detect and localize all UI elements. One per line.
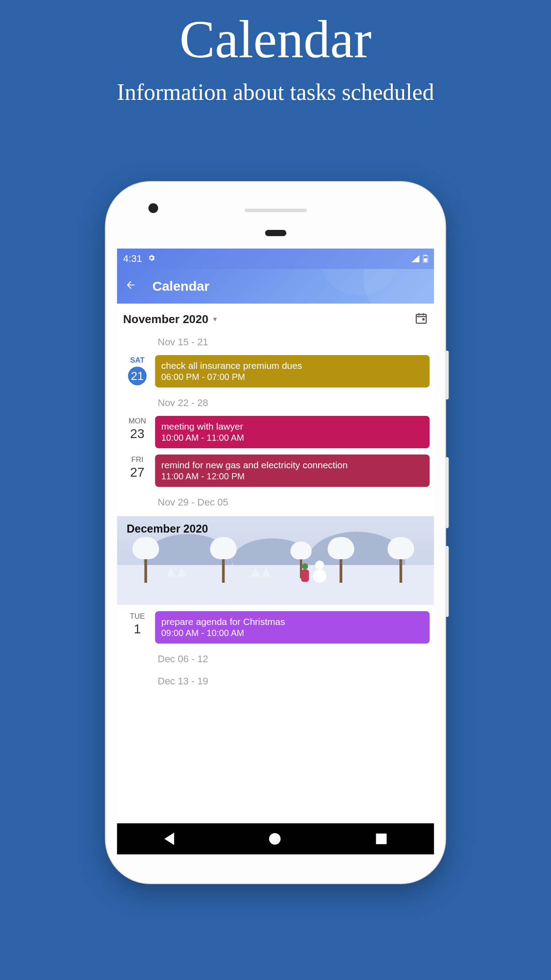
event-time: 10:00 AM - 11:00 AM <box>161 433 424 443</box>
event-time: 06:00 PM - 07:00 PM <box>161 372 424 382</box>
date-column: MON 23 <box>122 416 153 448</box>
event-card[interactable]: prepare agenda for Christmas 09:00 AM - … <box>155 611 430 644</box>
svg-rect-3 <box>416 314 426 323</box>
event-dow: TUE <box>122 612 153 621</box>
android-nav-bar <box>117 823 434 854</box>
app-bar: Calendar <box>117 269 434 304</box>
month-selector[interactable]: November 2020 <box>123 312 209 326</box>
nav-back-button[interactable] <box>165 833 174 845</box>
event-card[interactable]: meeting with lawyer 10:00 AM - 11:00 AM <box>155 416 430 448</box>
month-banner: December 2020 <box>117 516 434 605</box>
event-day: 23 <box>122 427 153 441</box>
gear-icon <box>147 254 155 264</box>
snowman-icon <box>313 563 327 583</box>
calendar-scroll-area[interactable]: November 2020 ▼ Nov 15 - 21 SAT 21 check… <box>117 304 434 823</box>
week-header: Nov 22 - 28 <box>117 392 434 414</box>
event-dow: MON <box>122 417 153 426</box>
phone-side-button <box>445 457 449 528</box>
mini-trees <box>166 568 187 578</box>
battery-icon <box>423 255 428 263</box>
mini-trees <box>250 568 272 578</box>
month-header: November 2020 ▼ <box>117 304 434 331</box>
ground-shape <box>117 565 434 605</box>
event-row: SAT 21 check all insurance premium dues … <box>117 353 434 392</box>
week-header: Nov 15 - 21 <box>117 331 434 353</box>
week-header: Dec 06 - 12 <box>117 648 434 670</box>
tree-icon <box>210 537 237 583</box>
phone-earpiece <box>265 230 286 236</box>
chevron-down-icon[interactable]: ▼ <box>212 316 218 323</box>
event-title: remind for new gas and electricity conne… <box>161 460 424 470</box>
phone-frame: 4:31 Calendar November 2020 ▼ <box>106 182 445 883</box>
event-title: meeting with lawyer <box>161 421 424 432</box>
phone-side-button <box>445 546 449 617</box>
event-title: prepare agenda for Christmas <box>161 616 424 627</box>
status-time: 4:31 <box>123 253 142 265</box>
phone-screen: 4:31 Calendar November 2020 ▼ <box>117 249 434 854</box>
date-column: SAT 21 <box>122 355 153 387</box>
event-title: check all insurance premium dues <box>161 360 424 371</box>
event-day: 27 <box>122 465 153 480</box>
status-bar: 4:31 <box>117 249 434 269</box>
event-dow: SAT <box>122 356 153 365</box>
phone-speaker <box>244 209 307 212</box>
phone-camera <box>149 203 158 213</box>
back-button[interactable] <box>125 279 137 294</box>
event-time: 11:00 AM - 12:00 PM <box>161 471 424 482</box>
event-row: FRI 27 remind for new gas and electricit… <box>117 453 434 491</box>
date-column: TUE 1 <box>122 611 153 644</box>
event-row: TUE 1 prepare agenda for Christmas 09:00… <box>117 609 434 648</box>
app-title: Calendar <box>153 279 209 294</box>
event-day: 1 <box>122 622 153 636</box>
signal-icon <box>412 255 420 262</box>
nav-recent-button[interactable] <box>376 834 386 844</box>
week-header: Nov 29 - Dec 05 <box>117 491 434 514</box>
event-row: MON 23 meeting with lawyer 10:00 AM - 11… <box>117 414 434 453</box>
event-dow: FRI <box>122 455 153 464</box>
tree-icon <box>328 537 354 583</box>
date-column: FRI 27 <box>122 454 153 487</box>
tree-icon <box>133 537 159 583</box>
promo-title: Calendar <box>0 9 551 70</box>
event-card[interactable]: remind for new gas and electricity conne… <box>155 454 430 487</box>
promo-subtitle: Information about tasks scheduled <box>0 79 551 105</box>
week-header: Dec 13 - 19 <box>117 670 434 692</box>
svg-rect-7 <box>422 318 425 320</box>
tree-icon <box>388 537 414 583</box>
svg-rect-2 <box>424 258 427 262</box>
person-icon <box>300 565 311 582</box>
event-day: 21 <box>128 367 147 385</box>
nav-home-button[interactable] <box>269 833 281 845</box>
phone-side-button <box>445 351 449 399</box>
calendar-icon[interactable] <box>415 312 428 327</box>
event-card[interactable]: check all insurance premium dues 06:00 P… <box>155 355 430 387</box>
event-time: 09:00 AM - 10:00 AM <box>161 628 424 638</box>
month-banner-title: December 2020 <box>127 522 208 535</box>
